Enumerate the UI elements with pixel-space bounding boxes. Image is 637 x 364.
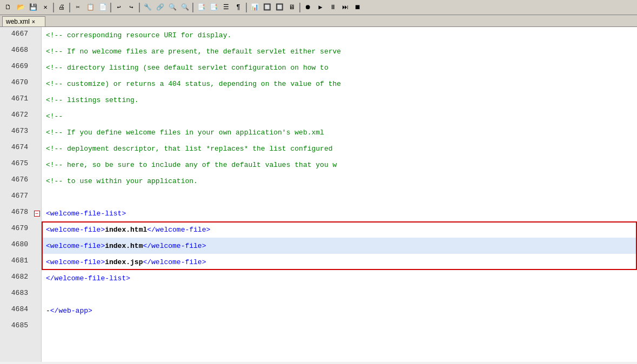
code-line: <!-- If no welcome files are present, th… bbox=[42, 43, 637, 59]
code-line bbox=[42, 286, 637, 302]
line-number: 4682 bbox=[0, 270, 32, 286]
sep6 bbox=[246, 3, 247, 12]
search2-btn[interactable]: 🔍 bbox=[179, 2, 191, 14]
fold-marker bbox=[32, 189, 41, 205]
code-line: <welcome-file>index.jsp</welcome-file> bbox=[42, 254, 637, 270]
line-number: 4680 bbox=[0, 238, 32, 254]
table-btn[interactable]: 📊 bbox=[249, 2, 260, 14]
monitor-btn[interactable]: 🖥 bbox=[286, 2, 298, 14]
sep3 bbox=[110, 3, 111, 12]
editor-container: 4667466846694670467146724673467446754676… bbox=[0, 27, 637, 362]
fold-marker bbox=[32, 238, 41, 254]
code-line: <!-- here, so be sure to include any of … bbox=[42, 157, 637, 173]
box2-btn[interactable]: 🔲 bbox=[273, 2, 285, 14]
line-number: 4670 bbox=[0, 76, 32, 92]
line-number: 4684 bbox=[0, 302, 32, 319]
code-line: <!-- customize) or returns a 404 status,… bbox=[42, 76, 637, 92]
line-number: 4681 bbox=[0, 254, 32, 270]
redo-btn[interactable]: ↪ bbox=[125, 2, 137, 14]
stop-btn[interactable]: ⏹ bbox=[352, 2, 364, 14]
play-btn[interactable]: ▶ bbox=[314, 2, 326, 14]
sep2 bbox=[69, 3, 70, 12]
sep4 bbox=[139, 3, 140, 12]
code-line: <welcome-file>index.htm</welcome-file> bbox=[42, 238, 637, 254]
fold-marker bbox=[32, 286, 41, 302]
tab-label: web.xml bbox=[6, 18, 30, 25]
fold-marker bbox=[32, 270, 41, 286]
pause-btn[interactable]: ⏸ bbox=[327, 2, 339, 14]
copy-btn[interactable]: 📋 bbox=[84, 2, 96, 14]
code-line: <!-- bbox=[42, 108, 637, 124]
line-number: 4672 bbox=[0, 108, 32, 124]
find-btn[interactable]: 🔧 bbox=[142, 2, 153, 14]
line-number: 4674 bbox=[0, 140, 32, 157]
box-btn[interactable]: 🔲 bbox=[261, 2, 273, 14]
code-line bbox=[42, 319, 637, 335]
sep5 bbox=[192, 3, 193, 12]
fold-marker bbox=[32, 124, 41, 140]
editor-body: 4667466846694670467146724673467446754676… bbox=[0, 27, 637, 362]
line-number: 4671 bbox=[0, 92, 32, 108]
fold-marker bbox=[32, 173, 41, 189]
line-number: 4669 bbox=[0, 59, 32, 76]
code-line: <!-- If you define welcome files in your… bbox=[42, 124, 637, 140]
sep7 bbox=[299, 3, 300, 12]
fold-marker bbox=[32, 59, 41, 76]
tab-web-xml[interactable]: web.xml × bbox=[2, 16, 45, 26]
view2-btn[interactable]: 📑 bbox=[207, 2, 219, 14]
line-number: 4676 bbox=[0, 173, 32, 189]
code-line: -</web-app> bbox=[42, 302, 637, 319]
line-number: 4667 bbox=[0, 27, 32, 43]
code-line: <!-- deployment descriptor, that list *r… bbox=[42, 140, 637, 157]
list-btn[interactable]: ☰ bbox=[220, 2, 232, 14]
sep1 bbox=[53, 3, 54, 12]
code-line: <welcome-file>index.html</welcome-file> bbox=[42, 221, 637, 238]
fold-marker bbox=[32, 27, 41, 43]
fold-marker bbox=[32, 254, 41, 270]
close-btn[interactable]: ✕ bbox=[39, 2, 51, 14]
paste-btn[interactable]: 📄 bbox=[97, 2, 109, 14]
code-line: <!-- corresponding resource URI for disp… bbox=[42, 27, 637, 43]
line-number: 4685 bbox=[0, 319, 32, 335]
open-btn[interactable]: 📂 bbox=[15, 2, 26, 14]
line-number: 4678 bbox=[0, 205, 32, 221]
toolbar: 🗋 📂 💾 ✕ 🖨 ✂ 📋 📄 ↩ ↪ 🔧 🔗 🔍 🔍 📑 📑 ☰ ¶ 📊 🔲 … bbox=[0, 0, 637, 15]
fold-marker bbox=[32, 221, 41, 238]
code-line: <!-- directory listing (see default serv… bbox=[42, 59, 637, 76]
fold-marker bbox=[32, 319, 41, 335]
fold-marker bbox=[32, 43, 41, 59]
line-number: 4673 bbox=[0, 124, 32, 140]
line-number: 4675 bbox=[0, 157, 32, 173]
tab-close-btn[interactable]: × bbox=[32, 19, 35, 25]
line-number: 4683 bbox=[0, 286, 32, 302]
cut-btn[interactable]: ✂ bbox=[72, 2, 84, 14]
undo-btn[interactable]: ↩ bbox=[113, 2, 125, 14]
record-btn[interactable]: ⏺ bbox=[302, 2, 314, 14]
line-number: 4677 bbox=[0, 189, 32, 205]
line-number: 4668 bbox=[0, 43, 32, 59]
fold-marker bbox=[32, 157, 41, 173]
skip-btn[interactable]: ⏭ bbox=[339, 2, 351, 14]
fold-marker bbox=[32, 76, 41, 92]
view-btn[interactable]: 📑 bbox=[195, 2, 207, 14]
fold-marker bbox=[32, 92, 41, 108]
code-line: <!-- listings setting. bbox=[42, 92, 637, 108]
fold-marker[interactable]: − bbox=[32, 205, 41, 221]
find2-btn[interactable]: 🔗 bbox=[154, 2, 166, 14]
code-line: <welcome-file-list> bbox=[42, 205, 637, 221]
fold-marker bbox=[32, 302, 41, 319]
save-btn[interactable]: 💾 bbox=[27, 2, 39, 14]
code-line: <!-- to use within your application. bbox=[42, 173, 637, 189]
tab-bar: web.xml × bbox=[0, 15, 637, 27]
new-file-btn[interactable]: 🗋 bbox=[2, 2, 14, 14]
search-btn[interactable]: 🔍 bbox=[166, 2, 178, 14]
print-btn[interactable]: 🖨 bbox=[56, 2, 68, 14]
fold-marker bbox=[32, 108, 41, 124]
line-number-gutter: 4667466846694670467146724673467446754676… bbox=[0, 27, 42, 362]
code-area[interactable]: <!-- corresponding resource URI for disp… bbox=[42, 27, 637, 362]
line-number: 4679 bbox=[0, 221, 32, 238]
code-line: </welcome-file-list> bbox=[42, 270, 637, 286]
para-btn[interactable]: ¶ bbox=[232, 2, 244, 14]
fold-marker bbox=[32, 140, 41, 157]
code-line bbox=[42, 189, 637, 205]
